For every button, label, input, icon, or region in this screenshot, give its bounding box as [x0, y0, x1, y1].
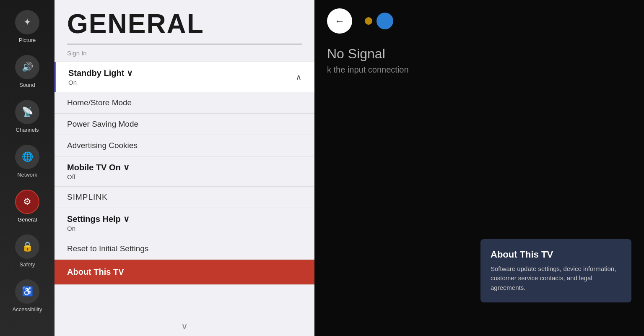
sidebar-label-general: General [18, 216, 37, 223]
sidebar-item-accessibility[interactable]: ♿ Accessibility [0, 273, 55, 318]
menu-item-settings-help[interactable]: Settings Help ∨ On [55, 208, 314, 238]
scroll-down-indicator: ∨ [181, 321, 188, 332]
mobile-tv-title: Mobile TV On ∨ [67, 162, 302, 172]
dropdown-chevron-icon: ∨ [127, 68, 133, 78]
back-button[interactable]: ← [327, 8, 352, 34]
mobile-tv-value: Off [67, 173, 302, 180]
sidebar-item-sound[interactable]: 🔊 Sound [0, 49, 55, 94]
sidebar: ✦ Picture 🔊 Sound 📡 Channels 🌐 Network ⚙… [0, 0, 55, 336]
tv-top-bar: ← [314, 0, 644, 42]
indicator-dots [365, 13, 393, 29]
menu-item-home-store[interactable]: Home/Store Mode [55, 92, 314, 114]
safety-icon: 🔒 [15, 234, 39, 259]
sign-in-item[interactable]: Sign In [55, 44, 314, 62]
sidebar-item-picture[interactable]: ✦ Picture [0, 4, 55, 49]
sidebar-label-picture: Picture [19, 37, 36, 43]
settings-help-value: On [67, 225, 302, 232]
sidebar-label-accessibility: Accessibility [13, 306, 42, 313]
sidebar-item-network[interactable]: 🌐 Network [0, 139, 55, 184]
about-tv-label: About This TV [67, 267, 302, 277]
sound-icon: 🔊 [15, 55, 39, 79]
sidebar-item-channels[interactable]: 📡 Channels [0, 94, 55, 139]
accessibility-icon: ♿ [15, 279, 39, 304]
settings-panel: GENERAL Sign In Standby Light ∨ On ∧ Hom… [55, 0, 314, 336]
sign-in-label: Sign In [67, 49, 87, 57]
menu-item-advertising-cookies[interactable]: Advertising Cookies [55, 135, 314, 156]
tv-screen-panel: ← No Signal k the input connection About… [314, 0, 644, 336]
no-signal-text: No Signal [314, 46, 644, 62]
channels-icon: 📡 [15, 100, 39, 124]
advertising-cookies-label: Advertising Cookies [67, 141, 302, 150]
sidebar-item-general[interactable]: ⚙ General [0, 184, 55, 229]
simplink-label: SIMPLINK [67, 193, 302, 202]
about-tv-card: About This TV Software update settings, … [480, 239, 631, 303]
menu-item-about-tv[interactable]: About This TV [55, 260, 314, 285]
dot-blue [377, 13, 393, 29]
settings-help-title: Settings Help ∨ [67, 214, 302, 224]
sidebar-label-network: Network [17, 172, 37, 178]
back-icon: ← [335, 15, 345, 27]
menu-item-simplink[interactable]: SIMPLINK [55, 187, 314, 208]
standby-light-value: On [68, 79, 302, 86]
input-hint: k the input connection [314, 62, 644, 78]
sidebar-label-channels: Channels [16, 127, 39, 133]
settings-help-dropdown-icon: ∨ [123, 214, 130, 224]
mobile-tv-dropdown-icon: ∨ [123, 162, 130, 172]
sidebar-item-safety[interactable]: 🔒 Safety [0, 229, 55, 273]
page-title: GENERAL [55, 0, 314, 44]
sidebar-label-sound: Sound [19, 82, 35, 88]
network-icon: 🌐 [15, 145, 39, 169]
standby-light-title: Standby Light ∨ [68, 68, 302, 78]
home-store-label: Home/Store Mode [67, 98, 302, 107]
menu-list: Standby Light ∨ On ∧ Home/Store Mode Pow… [55, 62, 314, 285]
about-card-title: About This TV [491, 249, 621, 260]
menu-item-power-saving[interactable]: Power Saving Mode [55, 114, 314, 135]
chevron-up-icon: ∧ [296, 72, 302, 82]
sidebar-label-safety: Safety [20, 261, 35, 268]
picture-icon: ✦ [15, 10, 39, 34]
menu-item-mobile-tv[interactable]: Mobile TV On ∨ Off [55, 156, 314, 187]
reset-label: Reset to Initial Settings [67, 244, 302, 253]
about-card-description: Software update settings, device informa… [491, 264, 621, 293]
menu-item-reset[interactable]: Reset to Initial Settings [55, 238, 314, 260]
power-saving-label: Power Saving Mode [67, 120, 302, 129]
general-icon: ⚙ [15, 190, 39, 214]
dot-gold [365, 17, 372, 25]
menu-item-standby-light[interactable]: Standby Light ∨ On ∧ [55, 62, 314, 92]
